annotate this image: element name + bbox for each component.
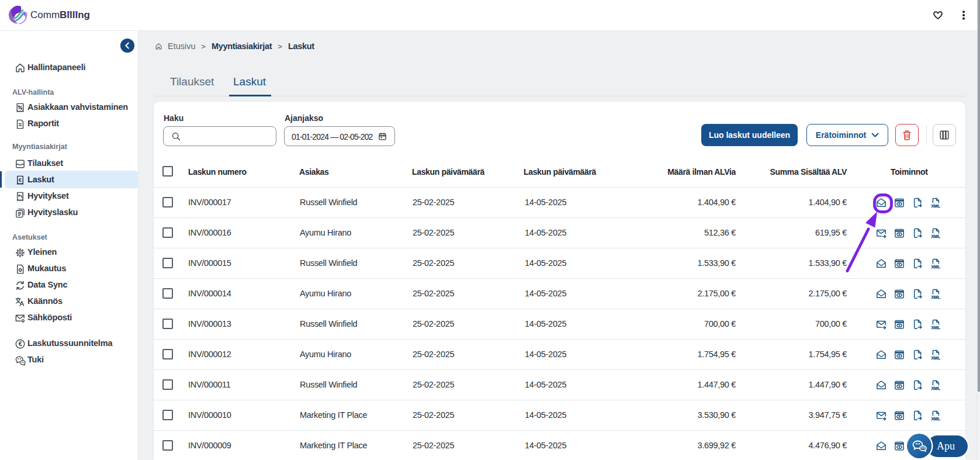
svg-text:XML: XML (931, 264, 940, 269)
svg-text:XML: XML (931, 234, 940, 239)
svg-text:XML: XML (931, 416, 940, 421)
svg-text:€: € (19, 340, 22, 347)
svg-text:XML: XML (931, 203, 940, 209)
svg-text:XML: XML (931, 295, 940, 300)
svg-text:€: € (19, 177, 22, 183)
svg-text:XML: XML (931, 355, 940, 361)
svg-text:XML: XML (931, 325, 940, 330)
svg-text:XML: XML (931, 386, 940, 391)
